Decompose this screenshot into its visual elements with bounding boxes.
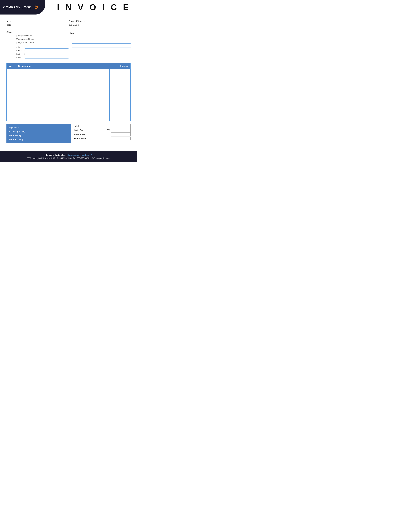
table-section: No Description Amount xyxy=(0,61,137,122)
meta-payment-terms-right: Payment Terms : xyxy=(68,20,131,22)
payment-bank: [Bank Name] xyxy=(9,133,69,138)
due-date-label: Due Date xyxy=(68,24,77,26)
payment-account: [Bank Account] xyxy=(9,138,69,142)
table-cell-amount xyxy=(110,69,131,121)
col-header-amount: Amount xyxy=(110,63,131,69)
client-email-row: Email : xyxy=(16,56,68,59)
totals-block: Total State Tax 3% Federal Tax Grand Tot… xyxy=(74,124,131,141)
client-fields: [Company Name] [Company Address] [City, … xyxy=(6,34,68,59)
meta-no-left: No : xyxy=(6,20,68,22)
job-line-2 xyxy=(72,40,131,44)
state-tax-percent: 3% xyxy=(107,129,110,131)
col-header-no: No xyxy=(7,63,16,69)
table-cell-description xyxy=(16,69,110,121)
client-attn-row: Attn : xyxy=(16,46,68,48)
date-label: Date xyxy=(6,24,11,26)
no-label: No xyxy=(6,20,9,22)
attn-label: Attn xyxy=(16,46,23,48)
email-colon: : xyxy=(24,56,25,58)
fax-label: Fax xyxy=(16,53,23,55)
federal-tax-value-box xyxy=(111,132,131,136)
job-block: Job : xyxy=(68,31,131,59)
meta-row-date: Date : Due Date : xyxy=(6,23,131,27)
footer-company: Company System Inc. xyxy=(46,154,65,156)
email-value xyxy=(25,56,68,59)
meta-date-left: Date : xyxy=(6,24,68,26)
client-header: Client : xyxy=(6,31,68,33)
bottom-footer: Company System Inc. | http://freewordtem… xyxy=(0,151,137,162)
client-block: Client : [Company Name] [Company Address… xyxy=(6,31,68,59)
footer-section: Payment to : [Company Name] [Bank Name] … xyxy=(0,122,137,145)
state-tax-value-box xyxy=(111,128,131,132)
client-label: Client : xyxy=(6,31,14,33)
grand-total-label: Grand Total xyxy=(74,137,111,140)
grand-total-value-box xyxy=(111,137,131,140)
client-phone-row: Phone : xyxy=(16,49,68,52)
table-header-row: No Description Amount xyxy=(7,63,131,69)
job-line-4 xyxy=(72,49,131,52)
payment-block: Payment to : [Company Name] [Bank Name] … xyxy=(6,124,71,143)
total-value-box xyxy=(111,124,131,128)
total-row: Total xyxy=(74,124,131,128)
job-fields xyxy=(70,36,131,52)
attn-colon: : xyxy=(24,46,25,48)
footer-line-1: Company System Inc. | http://freewordtem… xyxy=(3,153,134,157)
invoice-table: No Description Amount xyxy=(6,63,131,121)
federal-tax-row: Federal Tax xyxy=(74,132,131,136)
invoice-title: I N V O I C E xyxy=(57,2,131,12)
due-date-colon: : xyxy=(78,24,79,26)
client-fax-row: Fax : xyxy=(16,52,68,55)
payment-terms-colon: : xyxy=(84,20,85,22)
attn-value xyxy=(25,46,68,48)
job-header: Job : xyxy=(70,31,131,35)
table-cell-no xyxy=(7,69,16,121)
grand-total-row: Grand Total xyxy=(74,137,131,140)
logo-text: COMPANY LOGO xyxy=(3,6,32,9)
client-address: [Company Address] xyxy=(16,38,34,40)
footer-website[interactable]: http://freewordtemplates.net/ xyxy=(67,154,92,156)
meta-row-no: No : Payment Terms : xyxy=(6,19,131,23)
logo-block: COMPANY LOGO xyxy=(0,0,45,15)
job-line-3 xyxy=(72,45,131,48)
state-tax-label: State Tax xyxy=(74,129,107,131)
email-label: Email xyxy=(16,56,23,58)
payment-company: [Company Name] xyxy=(9,130,69,134)
phone-value xyxy=(25,49,68,52)
table-row xyxy=(7,69,131,121)
col-header-description: Description xyxy=(16,63,110,69)
date-colon: : xyxy=(12,24,12,26)
payment-terms-label: Payment Terms xyxy=(68,20,83,22)
header: COMPANY LOGO I N V O I C E xyxy=(0,0,137,15)
phone-label: Phone xyxy=(16,49,23,52)
logo-arc-icon xyxy=(32,6,38,9)
footer-line-2: 8030 Harrington Rd, Miami, USA | Ph 555-… xyxy=(3,157,134,160)
total-label: Total xyxy=(74,125,111,127)
fax-colon: : xyxy=(24,53,25,55)
client-city: [City, ST, ZIP Code] xyxy=(16,41,34,44)
client-job-section: Client : [Company Name] [Company Address… xyxy=(0,29,137,61)
phone-colon: : xyxy=(24,49,25,52)
job-line-1 xyxy=(72,36,131,39)
federal-tax-label: Federal Tax xyxy=(74,133,111,136)
job-label: Job : xyxy=(70,32,75,34)
invoice-title-block: I N V O I C E xyxy=(45,0,137,15)
payment-title: Payment to : xyxy=(9,126,69,130)
meta-due-date-right: Due Date : xyxy=(68,24,131,26)
meta-section: No : Payment Terms : Date : Due Date : xyxy=(0,18,137,29)
state-tax-row: State Tax 3% xyxy=(74,128,131,132)
client-name: [Company Name] xyxy=(16,34,32,37)
fax-value xyxy=(25,52,68,55)
no-colon: : xyxy=(10,20,11,22)
